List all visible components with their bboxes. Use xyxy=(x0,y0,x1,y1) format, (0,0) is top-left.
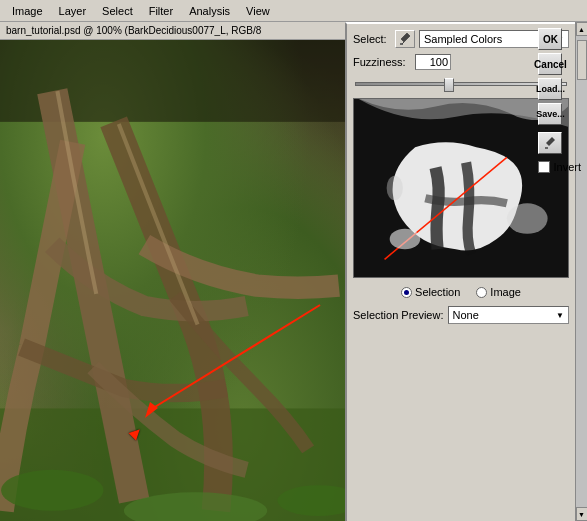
invert-label: Invert xyxy=(553,161,581,173)
dialog-panel: Select: Sampled Colors ▼ Fuzziness: 100 xyxy=(345,22,575,521)
fuzziness-slider-thumb[interactable] xyxy=(444,78,454,92)
menu-filter[interactable]: Filter xyxy=(141,3,181,19)
menu-image[interactable]: Image xyxy=(4,3,51,19)
select-label: Select: xyxy=(353,33,391,45)
preview-dropdown-arrow-icon: ▼ xyxy=(556,311,564,320)
invert-row: Invert xyxy=(538,161,581,173)
menu-analysis[interactable]: Analysis xyxy=(181,3,238,19)
menu-select[interactable]: Select xyxy=(94,3,141,19)
save-button[interactable]: Save... xyxy=(538,103,562,125)
radio-selection-circle[interactable] xyxy=(401,287,412,298)
svg-point-12 xyxy=(507,203,548,234)
radio-row: Selection Image xyxy=(353,286,569,298)
selection-preview-row: Selection Preview: None ▼ xyxy=(353,306,569,324)
menubar: Image Layer Select Filter Analysis View xyxy=(0,0,587,22)
preview-value: None xyxy=(453,309,479,321)
svg-point-11 xyxy=(390,229,421,249)
menu-view[interactable]: View xyxy=(238,3,278,19)
radio-image-circle[interactable] xyxy=(476,287,487,298)
eyedropper-sample-icon xyxy=(544,136,556,150)
right-buttons: OK Cancel Load... Save... Invert xyxy=(538,28,581,173)
canvas-title-bar: barn_tutorial.psd @ 100% (BarkDecidious0… xyxy=(0,22,345,40)
fuzziness-label: Fuzziness: xyxy=(353,56,411,68)
cancel-button[interactable]: Cancel xyxy=(538,53,562,75)
canvas-title: barn_tutorial.psd @ 100% (BarkDecidious0… xyxy=(6,25,261,36)
eyedropper-sample-button[interactable] xyxy=(538,132,562,154)
menu-layer[interactable]: Layer xyxy=(51,3,95,19)
svg-line-8 xyxy=(402,42,404,44)
canvas-content xyxy=(0,40,345,521)
canvas-area: barn_tutorial.psd @ 100% (BarkDecidious0… xyxy=(0,22,345,521)
select-row: Select: Sampled Colors ▼ xyxy=(353,30,569,48)
fuzziness-value[interactable]: 100 xyxy=(415,54,451,70)
radio-image[interactable]: Image xyxy=(476,286,521,298)
preview-canvas xyxy=(353,98,569,278)
load-button[interactable]: Load... xyxy=(538,78,562,100)
scroll-down-button[interactable]: ▼ xyxy=(576,507,588,521)
main-area: barn_tutorial.psd @ 100% (BarkDecidious0… xyxy=(0,22,587,521)
radio-selection-label: Selection xyxy=(415,286,460,298)
selection-preview-dropdown[interactable]: None ▼ xyxy=(448,306,570,324)
invert-checkbox[interactable] xyxy=(538,161,550,173)
radio-image-label: Image xyxy=(490,286,521,298)
selection-preview-label: Selection Preview: xyxy=(353,309,444,321)
svg-rect-14 xyxy=(545,147,548,149)
svg-point-13 xyxy=(387,176,403,200)
radio-selection[interactable]: Selection xyxy=(401,286,460,298)
eyedropper-button[interactable] xyxy=(395,30,415,48)
select-value: Sampled Colors xyxy=(424,33,502,45)
eyedropper-icon xyxy=(399,32,411,46)
ok-button[interactable]: OK xyxy=(538,28,562,50)
preview-bw-svg xyxy=(354,99,568,277)
svg-point-2 xyxy=(1,470,103,511)
roots-svg xyxy=(0,40,345,521)
